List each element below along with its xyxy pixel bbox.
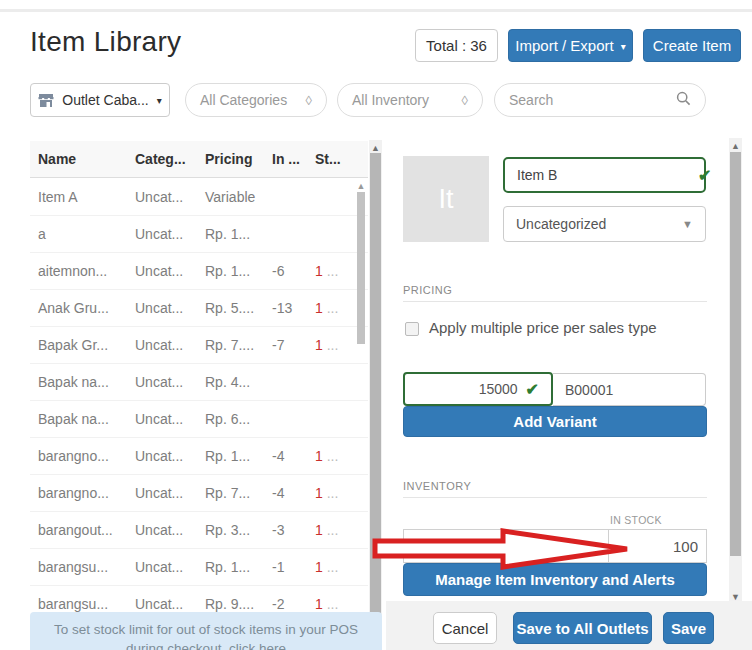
cell-pricing: Rp. 4... (205, 364, 250, 400)
cell-category: Uncat... (135, 179, 183, 215)
stock-alert-count: 1 (315, 596, 323, 612)
table-row[interactable]: barangsu... Uncat... Rp. 1... -1 1 ... (30, 549, 368, 586)
table-row[interactable]: Bapak na... Uncat... Rp. 4... (30, 364, 368, 401)
cell-pricing: Rp. 7... (205, 475, 250, 511)
cell-stock-alert: 1 ... (315, 512, 338, 548)
variant-sku-field (553, 373, 706, 406)
add-variant-button[interactable]: Add Variant (403, 406, 707, 437)
cell-name: barangno... (38, 475, 109, 511)
category-filter-label: All Categories (200, 92, 287, 108)
cell-stock-alert: 1 ... (315, 438, 338, 474)
banner-line2-link[interactable]: during checkout, click here (30, 639, 382, 650)
manage-inventory-button[interactable]: Manage Item Inventory and Alerts (403, 563, 707, 596)
inventory-divider (403, 497, 707, 498)
cell-stock-alert: 1 ... (315, 327, 338, 363)
caret-down-icon: ▾ (621, 42, 626, 52)
left-scrollbar-thumb[interactable] (370, 153, 381, 615)
cell-name: a (38, 216, 46, 252)
right-scroll-up-icon[interactable]: ▲ (729, 141, 742, 151)
stock-limit-banner[interactable]: To set stock limit for out of stock item… (30, 612, 382, 650)
item-name-field: ✔ (503, 157, 706, 193)
cell-stock-alert: 1 ... (315, 290, 338, 326)
stock-alert-ellipsis: ... (323, 522, 339, 538)
multi-price-label: Apply multiple price per sales type (429, 319, 657, 336)
save-to-all-outlets-button[interactable]: Save to All Outlets (513, 612, 652, 644)
cancel-button[interactable]: Cancel (433, 612, 497, 644)
category-filter-dropdown[interactable]: All Categories ◊ (185, 83, 327, 117)
selector-icon: ◊ (462, 93, 468, 108)
cell-name: barangsu... (38, 549, 108, 585)
table-row[interactable]: barangno... Uncat... Rp. 7... -4 1 ... (30, 475, 368, 512)
stock-alert-ellipsis: ... (323, 485, 339, 501)
stock-alert-count: 1 (315, 485, 323, 501)
cell-in-stock: -3 (272, 512, 284, 548)
table-row[interactable]: barangno... Uncat... Rp. 1... -4 1 ... (30, 438, 368, 475)
import-export-button[interactable]: Import / Export ▾ (508, 29, 633, 62)
pricing-section-label: PRICING (403, 284, 452, 296)
stock-alert-ellipsis: ... (323, 596, 339, 612)
cell-category: Uncat... (135, 475, 183, 511)
item-image-placeholder[interactable]: It (403, 156, 489, 242)
in-stock-label: IN STOCK (610, 514, 662, 526)
cell-pricing: Rp. 1... (205, 549, 250, 585)
stock-alert-ellipsis: ... (323, 559, 339, 575)
stock-alert-count: 1 (315, 559, 323, 575)
in-stock-input[interactable] (608, 530, 698, 562)
item-category-select[interactable]: Uncategorized ▼ (503, 206, 706, 242)
table-row[interactable]: Item A Uncat... Variable (30, 179, 368, 216)
cell-stock-alert: 1 ... (315, 253, 338, 289)
column-header[interactable]: Name (38, 141, 76, 178)
variant-price-input[interactable] (458, 381, 518, 397)
table-row[interactable]: Bapak Gr... Uncat... Rp. 7.... -7 1 ... (30, 327, 368, 364)
table-row[interactable]: Anak Gru... Uncat... Rp. 5.... -13 1 ... (30, 290, 368, 327)
cell-pricing: Rp. 6... (205, 401, 250, 437)
caret-down-icon: ▾ (157, 96, 162, 106)
store-icon (38, 93, 54, 108)
cell-in-stock: -4 (272, 475, 284, 511)
save-button[interactable]: Save (663, 612, 714, 644)
table-row[interactable]: aitemnon... Uncat... Rp. 1... -6 1 ... (30, 253, 368, 290)
table-row[interactable]: a Uncat... Rp. 1... (30, 216, 368, 253)
total-count-badge: Total : 36 (415, 29, 498, 62)
search-icon (676, 91, 691, 109)
cell-category: Uncat... (135, 438, 183, 474)
column-header[interactable]: Pricing (205, 141, 252, 178)
create-item-button[interactable]: Create Item (643, 29, 741, 62)
right-scrollbar-thumb[interactable] (730, 152, 741, 556)
outlet-selector-button[interactable]: Outlet Caba... ▾ (30, 83, 170, 117)
cell-pricing: Rp. 1... (205, 438, 250, 474)
cell-name: Bapak na... (38, 364, 109, 400)
cell-category: Uncat... (135, 364, 183, 400)
item-name-input[interactable] (517, 167, 698, 183)
cell-name: Bapak na... (38, 401, 109, 437)
inventory-filter-label: All Inventory (352, 92, 429, 108)
check-icon: ✔ (698, 166, 711, 185)
cell-stock-alert: 1 ... (315, 475, 338, 511)
table-row[interactable]: barangout... Uncat... Rp. 3... -3 1 ... (30, 512, 368, 549)
cell-name: Bapak Gr... (38, 327, 108, 363)
cell-in-stock: -4 (272, 438, 284, 474)
table-scroll-up-icon[interactable]: ▲ (355, 181, 367, 191)
variant-sku-input[interactable] (565, 382, 693, 398)
stock-alert-count: 1 (315, 337, 323, 353)
cell-name: barangout... (38, 512, 113, 548)
table-scrollbar-thumb[interactable] (357, 192, 365, 344)
cell-name: Item A (38, 179, 78, 215)
cell-name: aitemnon... (38, 253, 107, 289)
item-image-initials: It (438, 184, 453, 215)
search-input[interactable] (509, 92, 659, 108)
banner-line1: To set stock limit for out of stock item… (30, 620, 382, 639)
multi-price-checkbox[interactable] (405, 322, 419, 336)
table-row[interactable]: Bapak na... Uncat... Rp. 6... (30, 401, 368, 438)
left-scroll-up-icon[interactable]: ▲ (369, 143, 382, 153)
inventory-filter-dropdown[interactable]: All Inventory ◊ (337, 83, 483, 117)
column-header[interactable]: In ... (272, 141, 300, 178)
cell-in-stock: -6 (272, 253, 284, 289)
table-header: NameCateg...PricingIn ...St... (30, 141, 368, 178)
cell-pricing: Rp. 1... (205, 216, 250, 252)
column-header[interactable]: Categ... (135, 141, 186, 178)
stock-alert-ellipsis: ... (323, 337, 339, 353)
cell-category: Uncat... (135, 253, 183, 289)
stock-alert-count: 1 (315, 300, 323, 316)
column-header[interactable]: St... (315, 141, 341, 178)
